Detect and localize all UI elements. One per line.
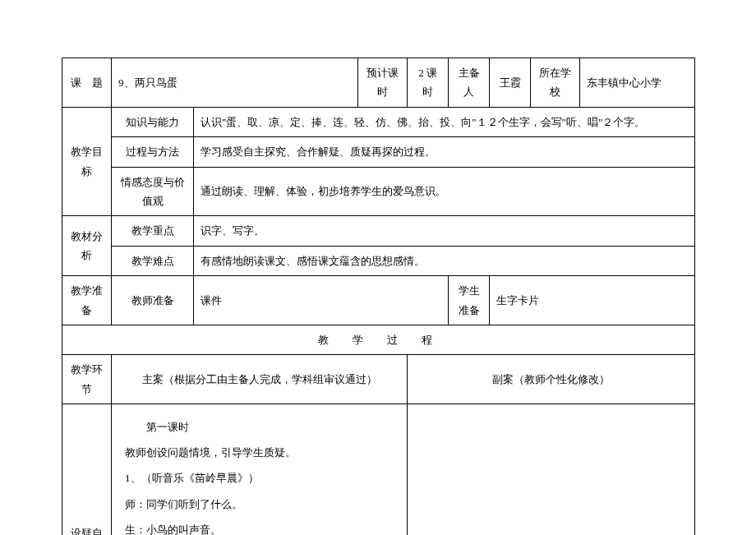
objective-row-1: 教学目标 知识与能力 认识"蛋、取、凉、定、捧、连、轻、仿、佛、抬、投、向"１２… (62, 107, 695, 136)
analysis-sub: 教学难点 (112, 246, 194, 275)
teacher-prep-label: 教师准备 (112, 276, 194, 325)
objective-text: 认识"蛋、取、凉、定、捧、连、轻、仿、佛、抬、投、向"１２个生字，会写"听、唱"… (194, 107, 695, 136)
student-prep-label: 学生准备 (449, 276, 490, 325)
objective-text: 通过朗读、理解、体验，初步培养学生的爱鸟意识。 (194, 167, 695, 216)
analysis-label: 教材分析 (62, 216, 112, 276)
prep-label: 教学准备 (62, 276, 112, 325)
objective-row-3: 情感态度与价值观 通过朗读、理解、体验，初步培养学生的爱鸟意识。 (62, 167, 695, 216)
objective-sub: 情感态度与价值观 (112, 167, 194, 216)
content-line: 1、（听音乐《苗岭早晨》） (125, 465, 394, 491)
preparer-label: 主备人 (449, 58, 490, 108)
preparer-value: 王霞 (490, 58, 531, 108)
school-value: 东丰镇中心小学 (580, 58, 695, 108)
main-case-content: 第一课时 教师创设问题情境，引导学生质疑。 1、（听音乐《苗岭早晨》） 师：同学… (112, 404, 408, 535)
process-title: 教 学 过 程 (62, 325, 695, 354)
school-label: 所在学校 (531, 58, 580, 108)
stage-label: 教学环节 (62, 355, 112, 404)
process-header-row: 教学环节 主案（根据分工由主备人完成，学科组审议通过） 副案（教师个性化修改） (62, 355, 695, 404)
analysis-sub: 教学重点 (112, 216, 194, 246)
analysis-text: 有感情地朗读课文、感悟课文蕴含的思想感情。 (194, 246, 695, 275)
analysis-text: 识字、写字。 (194, 216, 695, 246)
objective-row-2: 过程与方法 学习感受自主探究、合作解疑、质疑再探的过程。 (62, 137, 695, 167)
analysis-row-2: 教学难点 有感情地朗读课文、感悟课文蕴含的思想感情。 (62, 246, 695, 275)
stage-name: 设疑自探 (62, 404, 112, 535)
side-case-content (408, 404, 695, 535)
objective-sub: 知识与能力 (112, 107, 194, 136)
topic-value: 9、两只鸟蛋 (112, 58, 358, 108)
main-case-label: 主案（根据分工由主备人完成，学科组审议通过） (112, 355, 408, 404)
analysis-row-1: 教材分析 教学重点 识字、写字。 (62, 216, 695, 246)
lesson-plan-table: 课 题 9、两只鸟蛋 预计课时 2 课时 主备人 王霞 所在学校 东丰镇中心小学… (62, 58, 695, 535)
student-prep-value: 生字卡片 (490, 276, 695, 325)
objective-sub: 过程与方法 (112, 137, 194, 167)
prep-row: 教学准备 教师准备 课件 学生准备 生字卡片 (62, 276, 695, 325)
objective-text: 学习感受自主探究、合作解疑、质疑再探的过程。 (194, 137, 695, 167)
process-title-row: 教 学 过 程 (62, 325, 695, 354)
stage-row: 设疑自探 第一课时 教师创设问题情境，引导学生质疑。 1、（听音乐《苗岭早晨》）… (62, 404, 695, 535)
content-line: 师：同学们听到了什么。 (125, 491, 394, 517)
topic-label: 课 题 (62, 58, 112, 108)
planned-hours-label: 预计课时 (358, 58, 408, 108)
content-line: 第一课时 (125, 414, 394, 440)
header-row: 课 题 9、两只鸟蛋 预计课时 2 课时 主备人 王霞 所在学校 东丰镇中心小学 (62, 58, 695, 108)
content-line: 教师创设问题情境，引导学生质疑。 (125, 440, 394, 465)
content-line: 生：小鸟的叫声音。 (125, 517, 394, 535)
side-case-label: 副案（教师个性化修改） (408, 355, 695, 404)
objectives-label: 教学目标 (62, 107, 112, 216)
planned-hours-value: 2 课时 (408, 58, 449, 108)
teacher-prep-value: 课件 (194, 276, 449, 325)
